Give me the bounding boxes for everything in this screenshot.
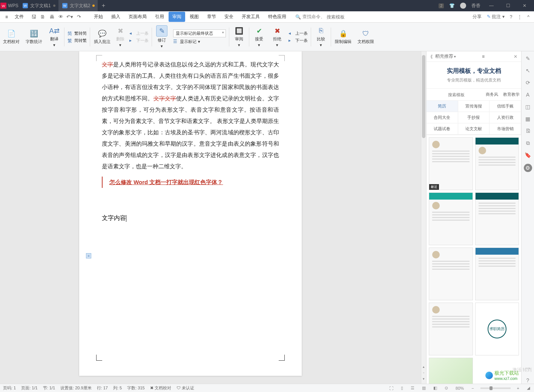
template-tab-business[interactable]: 商务风	[482, 89, 502, 100]
collapse-ribbon-button[interactable]: ^	[527, 14, 529, 20]
accept-button[interactable]: ✔接受▾	[250, 23, 268, 51]
more-button[interactable]: ⋮	[517, 14, 522, 20]
redo-icon[interactable]: ↷	[76, 14, 82, 20]
heading-text[interactable]: 文字内容	[102, 214, 279, 222]
template-thumb-jobsearch[interactable]: 求职简历	[475, 303, 519, 355]
cat-exam[interactable]: 试题试卷	[427, 123, 458, 135]
fullscreen-icon[interactable]: ⛶	[388, 386, 394, 390]
reset-zoom-icon[interactable]: ⊙	[443, 386, 449, 390]
zoom-slider[interactable]	[480, 387, 511, 389]
corner-grip-icon[interactable]: ◢	[526, 386, 531, 390]
cat-letter[interactable]: 信纸手账	[490, 101, 521, 112]
cat-hr[interactable]: 人资行政	[490, 112, 521, 123]
hamburger-icon[interactable]: ≡	[2, 13, 11, 21]
cat-resume[interactable]: 简历	[427, 101, 458, 112]
tab-review[interactable]: 审阅	[169, 12, 185, 22]
prev-comment-button[interactable]: ◂上一条	[129, 31, 149, 36]
cat-thesis[interactable]: 论文文献	[458, 123, 490, 135]
template-thumb[interactable]	[475, 137, 519, 190]
view-web-icon[interactable]: ▥	[421, 386, 427, 390]
save-icon[interactable]: 🖫	[31, 14, 37, 20]
heading-gutter-icon[interactable]: ≡	[86, 253, 91, 258]
new-tab-button[interactable]: +	[98, 2, 109, 9]
view-read-icon[interactable]: ◧	[432, 386, 438, 390]
template-thumb[interactable]	[429, 192, 473, 245]
prev-change-button[interactable]: ◂上一条	[288, 31, 308, 36]
tab-insert[interactable]: 插入	[107, 12, 124, 22]
delete-comment-button[interactable]: ✖删除▾	[116, 26, 125, 48]
s2t-button[interactable]: 简繁转简	[68, 31, 87, 36]
document-canvas[interactable]: ≡ 文字是人类用符号记录表达信息以传之久远的方式和工具。现代文字大多是记录语言的…	[0, 51, 421, 384]
maximize-button[interactable]: ☐	[502, 3, 514, 8]
scroll-next-section[interactable]: ▾	[421, 377, 426, 381]
view-outline-icon[interactable]: ☰	[410, 386, 416, 390]
view-page-icon[interactable]: ▯	[400, 386, 404, 390]
zoom-out-button[interactable]: −	[470, 386, 475, 390]
proofread-button[interactable]: 📄文档校对	[0, 23, 23, 51]
template-thumb[interactable]	[429, 303, 473, 355]
display-mode-combo[interactable]: 显示标记的最终状态	[173, 29, 226, 37]
sb-pages[interactable]: 页面: 1/1	[21, 385, 37, 391]
template-thumb[interactable]: 最近	[429, 137, 473, 190]
template-search-input[interactable]	[427, 89, 482, 100]
shapes-icon[interactable]: ◫	[525, 103, 531, 110]
template-tab-edu[interactable]: 教育教学	[502, 89, 522, 100]
wordcount-button[interactable]: 🔢字数统计	[23, 23, 45, 51]
scroll-prev-section[interactable]: ▴	[421, 365, 426, 369]
search-input[interactable]	[327, 14, 372, 20]
tab-reference[interactable]: 引用	[151, 12, 168, 22]
save-as-icon[interactable]: 🗎	[40, 14, 46, 20]
user-avatar[interactable]	[460, 3, 466, 9]
help-button[interactable]: ?	[510, 14, 513, 20]
zoom-in-button[interactable]: +	[516, 386, 520, 390]
link-icon[interactable]: ⧉	[525, 140, 531, 146]
command-search[interactable]: 🔍 查找命令、	[295, 14, 372, 20]
print-preview-icon[interactable]: 👁	[58, 14, 64, 20]
tab-view[interactable]: 视图	[186, 12, 203, 22]
scroll-thumb[interactable]	[422, 55, 425, 138]
sb-proof[interactable]: ✖ 文档校对	[150, 385, 171, 391]
tab-special[interactable]: 特色应用	[264, 12, 290, 22]
translate-button[interactable]: A⇄翻译▾	[45, 23, 63, 51]
compare-button[interactable]: ⎘比较▾	[312, 23, 330, 51]
gallery-icon[interactable]: 🖻	[525, 128, 531, 134]
gear-icon[interactable]: ⚙	[524, 164, 532, 172]
minimize-button[interactable]: —	[486, 3, 497, 8]
zoom-value[interactable]: 80%	[454, 386, 465, 390]
help-icon[interactable]: ?	[525, 377, 531, 384]
template-thumb[interactable]	[475, 247, 519, 300]
cat-contract[interactable]: 合同大全	[427, 112, 458, 123]
doc-tab-1[interactable]: W 文字文稿1	[19, 0, 58, 11]
next-comment-button[interactable]: ▸下一条	[129, 38, 149, 43]
sb-words[interactable]: 字数: 315	[127, 385, 144, 391]
file-menu[interactable]: 文件	[12, 12, 27, 22]
doc-permission-button[interactable]: 🛡文档权限	[354, 23, 377, 51]
track-changes-button[interactable]: ✎修订▾	[153, 23, 171, 51]
pencil-icon[interactable]: ✎	[525, 55, 531, 62]
cat-handcopy[interactable]: 手抄报	[458, 112, 490, 123]
tab-chapter[interactable]: 章节	[203, 12, 220, 22]
body-paragraph-2[interactable]: 怎么修改 Word 文档一打字就出现红色字体？	[102, 177, 279, 188]
annotate-button[interactable]: ✎ 批注 ▾	[487, 14, 505, 20]
scroll-circle[interactable]: ◦	[421, 371, 426, 375]
undo-icon[interactable]: ↶▾	[67, 14, 73, 20]
cat-poster[interactable]: 宣传海报	[458, 101, 490, 112]
select-icon[interactable]: ↖	[525, 67, 531, 74]
doc-tab-2[interactable]: W 文字文稿2	[58, 0, 98, 11]
template-thumb[interactable]	[429, 247, 473, 300]
tab-start[interactable]: 开始	[90, 12, 107, 22]
close-button[interactable]: ✕	[519, 3, 530, 8]
tab-security[interactable]: 安全	[221, 12, 237, 22]
skin-icon[interactable]: 👕	[449, 3, 455, 8]
notification-badge[interactable]: 2	[439, 3, 444, 8]
sb-page[interactable]: 页码: 1	[3, 385, 16, 391]
next-change-button[interactable]: ▸下一条	[288, 38, 308, 43]
sb-section[interactable]: 节: 1/1	[43, 385, 55, 391]
template-thumb-leaves[interactable]	[429, 358, 473, 384]
tab-devtools[interactable]: 开发工具	[238, 12, 264, 22]
show-marks-button[interactable]: ☰显示标记▾	[173, 39, 226, 45]
print-icon[interactable]: 🖶	[49, 14, 55, 20]
share-button[interactable]: 分享	[473, 14, 482, 20]
cat-marketing[interactable]: 市场营销	[490, 123, 521, 135]
bookmark-icon[interactable]: 🔖	[525, 152, 531, 158]
